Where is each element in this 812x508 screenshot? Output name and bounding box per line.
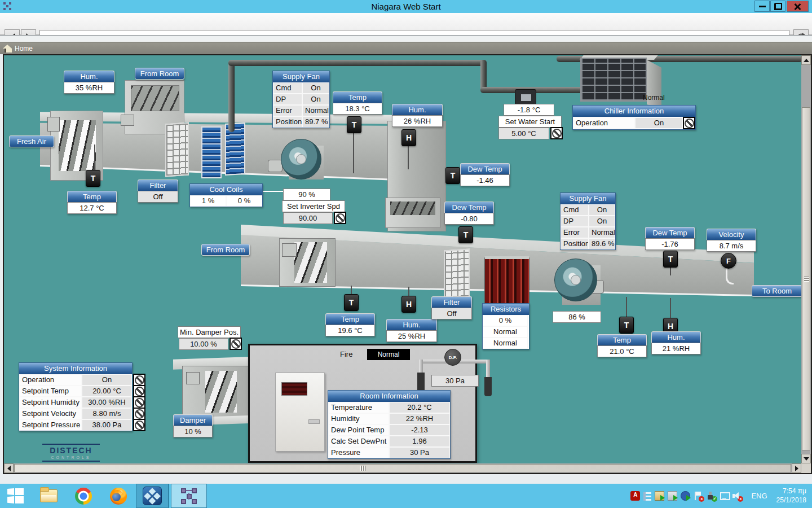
arrow-down-icon [804, 457, 809, 461]
row-label: Setpoint Temp [19, 386, 82, 397]
row-value: 22 %RH [389, 413, 450, 424]
hopper-opening [131, 85, 179, 111]
niagara-webstart-button[interactable] [171, 484, 207, 508]
usb-tray-icon[interactable]: ✓ [707, 491, 716, 501]
room-information-table: Room Information Temperature20.2 °C Humi… [328, 390, 451, 459]
edit-setpoint-button[interactable] [550, 127, 563, 139]
horizontal-scroll-thumb[interactable] [14, 464, 791, 472]
edit-setpoint-button[interactable] [230, 338, 242, 350]
label-title: Filter [138, 179, 178, 191]
action-center-tray-icon[interactable]: x [694, 491, 703, 501]
title-bar: Niagara Web Start [0, 0, 812, 13]
filter-media [444, 248, 470, 299]
scroll-down-button[interactable] [801, 454, 811, 463]
scheduler-tray-icon[interactable] [681, 491, 690, 501]
chiller-status: Normal [643, 94, 665, 102]
scroll-up-button[interactable] [801, 55, 811, 65]
label-value: -1.76 [645, 238, 695, 250]
row-label: Error [561, 227, 589, 238]
chrome-button[interactable] [66, 484, 101, 508]
brand-sub: CONTROLS [42, 455, 100, 461]
vertical-scrollbar[interactable] [801, 55, 811, 463]
arrow-left-icon [7, 466, 11, 471]
minimize-button[interactable] [754, 1, 770, 12]
arrow-right-icon [795, 466, 798, 471]
taskbar-clock[interactable]: 7:54 πμ 25/1/2018 [776, 487, 806, 505]
firefox-button[interactable] [101, 484, 136, 508]
pipe-temp-sensor [515, 89, 536, 105]
sensor-stem [353, 133, 354, 173]
temp-sensor-icon: T [86, 170, 100, 187]
start-button[interactable] [0, 484, 31, 508]
row-value: On [82, 374, 132, 386]
heating-resistors [484, 256, 529, 304]
niagara-workbench-button[interactable] [136, 484, 169, 508]
row-label: Cmd [561, 204, 589, 216]
scrollbar-corner [801, 463, 811, 473]
restore-button[interactable] [770, 1, 785, 12]
task-list-tray-icon[interactable] [643, 492, 651, 501]
toolbar-separator [0, 35, 812, 42]
row-value: On [302, 94, 329, 105]
pdf-reader-tray-icon[interactable] [630, 491, 640, 501]
edit-setpoint-button[interactable] [133, 419, 145, 431]
label-title: Hum. [392, 104, 443, 115]
row-label: Cmd [273, 82, 302, 94]
network-tray-icon[interactable] [720, 491, 729, 501]
table-title: Supply Fan [561, 193, 615, 204]
sensor-stem [351, 286, 352, 295]
edit-setpoint-button[interactable] [133, 385, 145, 397]
fresh-air-tag: Fresh Air [9, 135, 54, 147]
app-icon [3, 2, 12, 11]
label-title: Hum. [651, 331, 701, 343]
table-title: Supply Fan [273, 71, 329, 82]
filter-status-label: Filter Off [431, 296, 472, 319]
scheduler-tray-icon[interactable] [655, 491, 664, 501]
table-title: Resistors [483, 304, 529, 315]
label-title: Velocity [707, 229, 756, 240]
scheduler-tray-icon[interactable] [668, 491, 677, 501]
language-indicator[interactable]: ENG [751, 492, 767, 500]
taskbar: x ✓ x ENG 7:54 πμ 25/1/2018 [0, 484, 812, 508]
arrow-up-icon [804, 59, 809, 62]
temp-sensor-icon: T [347, 116, 361, 133]
edit-setpoint-button[interactable] [133, 408, 145, 420]
humidity-label: Hum. 21 %RH [651, 331, 701, 354]
minimize-icon [759, 6, 766, 7]
edit-setpoint-button[interactable] [133, 396, 145, 409]
supply-fan-table: Supply Fan CmdOn DPOn ErrorNormal Positi… [560, 192, 616, 250]
room-supply-damper [182, 366, 249, 418]
label-value: 21 %RH [651, 343, 701, 354]
table-title: Chiller Information [573, 106, 695, 117]
velocity-label: Velocity 8.7 m/s [707, 229, 756, 252]
row-value: 38.00 Pa [82, 419, 132, 431]
volume-muted-tray-icon[interactable]: x [732, 491, 742, 501]
horizontal-scrollbar[interactable] [4, 463, 801, 473]
row-label: Position [561, 238, 589, 249]
label-title: Damper [173, 414, 213, 426]
set-water-start-value[interactable]: 5.00 °C [498, 128, 549, 139]
edit-setpoint-button[interactable] [683, 117, 695, 129]
scroll-left-button[interactable] [4, 463, 14, 473]
humidity-label: Hum. 35 %RH [64, 71, 114, 94]
file-explorer-button[interactable] [31, 484, 66, 508]
damper-louvers [294, 242, 327, 283]
label-value: 8.7 m/s [707, 240, 756, 252]
edit-setpoint-button[interactable] [133, 374, 145, 386]
row-value: 1.96 [389, 436, 450, 447]
supply-fan-table: Supply Fan CmdOn DPOn ErrorNormal Positi… [272, 71, 330, 128]
temp-sensor-icon: T [663, 251, 678, 268]
fan-motor [268, 160, 283, 172]
chiller-information-table: Chiller Information Operation On [572, 105, 696, 130]
label-title: Dew Temp [460, 163, 510, 174]
inverter-speed-value: 90 % [283, 189, 330, 200]
breadcrumb[interactable]: Home [0, 42, 812, 54]
edit-setpoint-button[interactable] [334, 212, 346, 224]
from-room-tag: From Room [201, 244, 250, 256]
vertical-scroll-thumb[interactable] [802, 107, 810, 450]
close-button[interactable] [787, 1, 809, 12]
min-damper-value[interactable]: 10.00 % [179, 338, 228, 350]
scroll-right-button[interactable] [792, 463, 801, 473]
set-inverter-value[interactable]: 90.00 [283, 212, 333, 224]
water-temp-value: -1.8 °C [504, 104, 554, 116]
